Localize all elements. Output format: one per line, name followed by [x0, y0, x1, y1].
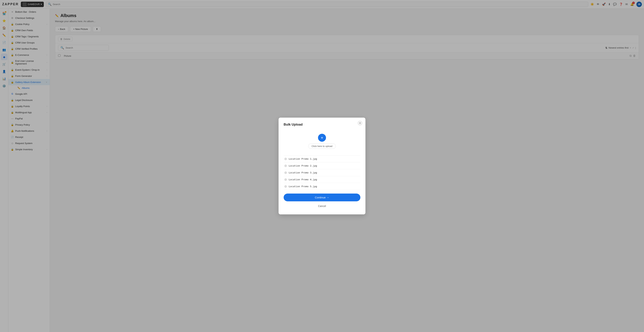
modal-overlay: Bulk Upload × + Click here to upload Loc…	[0, 0, 644, 332]
file-item: Location Promo 2.jpg	[284, 162, 360, 169]
continue-button[interactable]: Continue →	[284, 194, 360, 201]
file-name: Location Promo 3.jpg	[289, 171, 317, 174]
file-name: Location Promo 1.jpg	[289, 157, 317, 160]
upload-plus-button[interactable]: +	[318, 134, 326, 142]
file-item: Location Promo 4.jpg	[284, 176, 360, 183]
file-name: Location Promo 4.jpg	[289, 178, 317, 181]
file-item: Location Promo 3.jpg	[284, 169, 360, 176]
cancel-button[interactable]: Cancel	[284, 203, 360, 209]
file-status-icon	[284, 158, 287, 160]
file-status-icon	[284, 178, 287, 181]
file-status-icon	[284, 172, 287, 174]
file-status-icon	[284, 185, 287, 188]
file-item: Location Promo 1.jpg	[284, 155, 360, 162]
file-status-icon	[284, 164, 287, 167]
modal-close-button[interactable]: ×	[358, 120, 362, 126]
file-name: Location Promo 5.jpg	[289, 185, 317, 188]
bulk-upload-modal: Bulk Upload × + Click here to upload Loc…	[278, 118, 366, 214]
file-name: Location Promo 2.jpg	[289, 164, 317, 167]
modal-title: Bulk Upload	[284, 123, 360, 126]
file-item: Location Promo 5.jpg	[284, 183, 360, 190]
upload-zone: + Click here to upload	[284, 130, 360, 152]
file-list: Location Promo 1.jpgLocation Promo 2.jpg…	[284, 155, 360, 190]
upload-label[interactable]: Click here to upload	[308, 143, 336, 149]
